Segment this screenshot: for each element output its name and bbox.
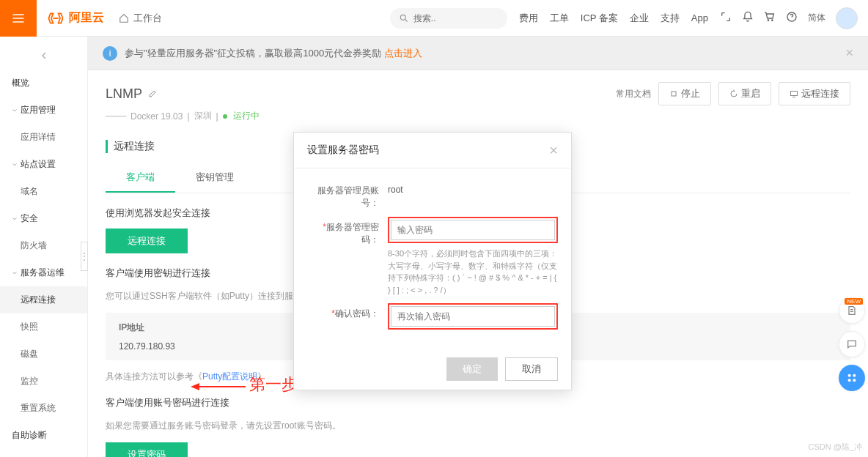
- float-buttons: NEW: [839, 297, 865, 391]
- pwd-conn-desc: 如果您需要通过服务账号密码登录，请先设置root账号密码。: [106, 420, 850, 432]
- float-doc[interactable]: NEW: [839, 297, 865, 324]
- sidebar-item-appdetail[interactable]: 应用详情: [0, 124, 87, 151]
- tab-client[interactable]: 客户端: [106, 163, 175, 193]
- set-password-modal: 设置服务器密码 × 服务器管理员账号： root *服务器管理密码： 8-30个…: [293, 132, 572, 390]
- page-title: LNMP: [106, 86, 157, 102]
- confirm-label: *确认密码：: [307, 303, 388, 320]
- sidebar-item-snapshot[interactable]: 快照: [0, 313, 87, 341]
- watermark: CSDN @陈_冲: [808, 442, 862, 453]
- svg-rect-2: [672, 92, 676, 96]
- svg-point-10: [848, 379, 851, 382]
- banner-text: 参与"轻量应用服务器"征文投稿，赢取最高1000元代金券奖励 点击进入: [125, 47, 422, 60]
- sidebar-item-log[interactable]: 操作记录: [0, 449, 87, 457]
- sidebar-item-security[interactable]: 安全: [0, 205, 87, 232]
- close-icon[interactable]: ×: [549, 143, 558, 157]
- nav-enterprise[interactable]: 企业: [630, 12, 649, 25]
- stop-button[interactable]: 停止: [658, 82, 711, 105]
- sidebar-item-overview[interactable]: 概览: [0, 70, 87, 97]
- set-password-button[interactable]: 设置密码: [106, 442, 188, 457]
- search-box[interactable]: [390, 8, 507, 29]
- sidebar-item-reset[interactable]: 重置系统: [0, 395, 87, 422]
- search-input[interactable]: [413, 13, 487, 23]
- sidebar-item-disk[interactable]: 磁盘: [0, 341, 87, 368]
- sidebar-item-monitor[interactable]: 监控: [0, 368, 87, 395]
- sidebar-item-appmgr[interactable]: 应用管理: [0, 97, 87, 124]
- float-chat[interactable]: [839, 331, 865, 357]
- tab-keymgr[interactable]: 密钥管理: [175, 163, 254, 193]
- nav-icp[interactable]: ICP 备案: [581, 12, 618, 25]
- page-header: LNMP 常用文档 停止 重启 远程连接: [88, 70, 868, 110]
- sidebar-collapse[interactable]: [0, 44, 87, 70]
- confirm-input[interactable]: [391, 306, 555, 327]
- svg-point-0: [400, 15, 405, 20]
- top-icons: 简体: [720, 11, 825, 25]
- page-meta: ━━━━ Docker 19.03 | 深圳 | 运行中: [88, 110, 868, 131]
- account-label: 服务器管理员账号：: [307, 180, 388, 209]
- sidebar-item-site[interactable]: 站点设置: [0, 151, 87, 178]
- svg-point-8: [848, 374, 851, 377]
- svg-point-11: [853, 379, 856, 382]
- sidebar-item-remote[interactable]: 远程连接: [0, 286, 87, 313]
- account-value: root: [388, 180, 558, 195]
- pwd-conn-title: 客户端使用账号密码进行连接: [106, 396, 850, 409]
- nav-support[interactable]: 支持: [661, 12, 680, 25]
- avatar[interactable]: [836, 7, 858, 29]
- password-hint: 8-30个字符，必须同时包含下面四项中的三项：大写字母、小写字母、数字、和特殊字…: [388, 248, 558, 296]
- nav-app[interactable]: App: [691, 12, 708, 23]
- modal-title: 设置服务器密码: [307, 144, 379, 157]
- password-label: *服务器管理密码：: [307, 217, 388, 246]
- top-bar: 阿里云 工作台 费用 工单 ICP 备案 企业 支持 App 简体: [0, 0, 868, 37]
- ok-button[interactable]: 确定: [446, 357, 498, 381]
- doc-link[interactable]: 常用文档: [616, 88, 651, 100]
- workbench-link[interactable]: 工作台: [119, 12, 162, 25]
- sidebar-item-diagnose[interactable]: 自助诊断: [0, 422, 87, 449]
- svg-point-9: [853, 374, 856, 377]
- restart-button[interactable]: 重启: [718, 82, 771, 105]
- nav-fee[interactable]: 费用: [519, 12, 538, 25]
- top-nav: 费用 工单 ICP 备案 企业 支持 App: [519, 12, 708, 25]
- password-input[interactable]: [391, 220, 555, 240]
- remote-connect-button[interactable]: 远程连接: [106, 228, 188, 253]
- putty-link[interactable]: Putty配置说明: [202, 371, 257, 382]
- bell-icon[interactable]: [742, 11, 754, 25]
- logo-text: 阿里云: [69, 10, 104, 26]
- help-icon[interactable]: [786, 11, 798, 25]
- sidebar-item-firewall[interactable]: 防火墙: [0, 232, 87, 259]
- hamburger-menu[interactable]: [0, 0, 37, 37]
- banner-close[interactable]: ×: [845, 45, 853, 61]
- sidebar: 概览 应用管理 应用详情 站点设置 域名 安全 防火墙 服务器运维 远程连接 快…: [0, 37, 88, 457]
- info-icon: i: [103, 46, 117, 61]
- sidebar-item-domain[interactable]: 域名: [0, 178, 87, 205]
- lang-switch[interactable]: 简体: [808, 12, 825, 24]
- logo[interactable]: 阿里云: [47, 10, 104, 26]
- edit-icon[interactable]: [148, 86, 157, 102]
- svg-rect-3: [791, 92, 798, 96]
- cancel-button[interactable]: 取消: [505, 357, 558, 381]
- banner-link[interactable]: 点击进入: [384, 48, 422, 59]
- float-apps[interactable]: [839, 365, 865, 391]
- nav-ticket[interactable]: 工单: [550, 12, 569, 25]
- info-banner: i 参与"轻量应用服务器"征文投稿，赢取最高1000元代金券奖励 点击进入 ×: [88, 37, 868, 70]
- expand-icon[interactable]: [720, 11, 732, 25]
- remote-button-top[interactable]: 远程连接: [779, 82, 850, 105]
- sidebar-item-ops[interactable]: 服务器运维: [0, 259, 87, 286]
- cart-icon[interactable]: [764, 11, 776, 25]
- sidebar-handle[interactable]: ⋮: [81, 242, 88, 271]
